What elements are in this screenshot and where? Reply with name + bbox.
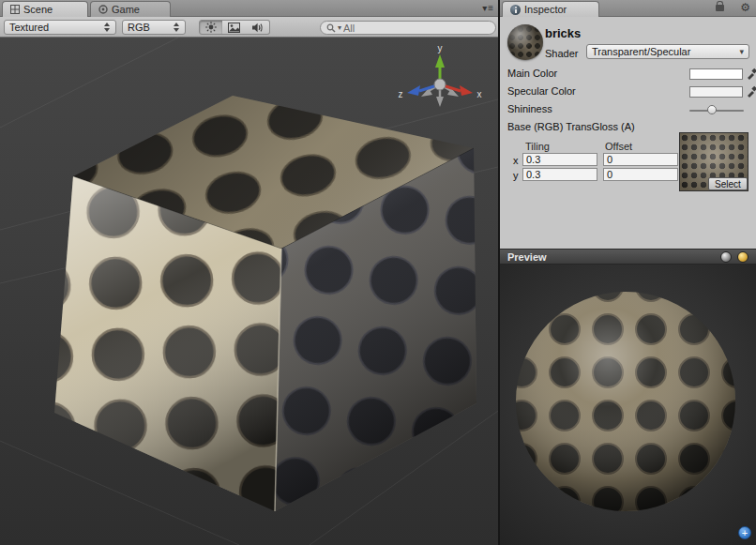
inspector-tabstrip: Inspector ⚙	[500, 0, 756, 17]
material-sphere-icon	[507, 24, 543, 60]
preview-sphere-object[interactable]	[516, 292, 735, 511]
preview-sphere-shading	[516, 292, 735, 511]
info-icon	[510, 5, 521, 15]
axis-z-cone[interactable]	[407, 85, 420, 96]
shader-label: Shader	[545, 48, 578, 59]
lighting-toggle-button[interactable]	[199, 20, 223, 35]
draw-mode-value: Textured	[9, 22, 49, 33]
specular-color-swatch[interactable]	[689, 86, 743, 98]
preview-mesh-icon[interactable]	[720, 251, 732, 263]
preview-title: Preview	[507, 251, 715, 263]
tiling-x-input[interactable]	[522, 153, 597, 166]
search-field[interactable]: ▾	[320, 21, 496, 35]
search-filter-arrow-icon[interactable]: ▾	[338, 24, 341, 32]
gizmo-axis-down-cone[interactable]	[436, 97, 444, 107]
orientation-gizmo[interactable]: y x z	[395, 43, 485, 118]
skybox-toggle-button[interactable]	[222, 20, 247, 35]
inspector-panel: Inspector ⚙ bricks Shader Transparent/Sp…	[500, 0, 756, 545]
material-name: bricks	[545, 26, 581, 40]
channel-mode-dropdown[interactable]: RGB	[122, 20, 186, 35]
scene-toolbar: Textured RGB	[0, 17, 498, 38]
select-texture-button[interactable]: Select	[708, 177, 748, 190]
axis-x-cone[interactable]	[460, 85, 473, 96]
axis-x-row-label: x	[513, 155, 519, 166]
channel-mode-value: RGB	[128, 22, 150, 33]
gamepad-icon	[98, 5, 108, 14]
draw-mode-dropdown[interactable]: Textured	[4, 20, 116, 35]
tiling-header: Tiling	[525, 141, 550, 152]
audio-toggle-button[interactable]	[246, 20, 270, 35]
search-input[interactable]	[343, 23, 490, 34]
tab-inspector[interactable]: Inspector	[502, 1, 599, 17]
panel-menu-icon[interactable]: ▾≡	[482, 3, 494, 13]
shininess-label: Shininess	[507, 103, 552, 114]
offset-header: Offset	[605, 141, 632, 152]
main-color-label: Main Color	[507, 68, 557, 79]
tab-game-label: Game	[112, 4, 140, 15]
updown-arrows-icon	[104, 23, 111, 32]
grid-icon	[10, 5, 20, 14]
shininess-slider-thumb[interactable]	[707, 105, 717, 114]
tab-game[interactable]: Game	[90, 1, 171, 17]
preview-header[interactable]: Preview	[500, 249, 756, 265]
eyedropper-icon[interactable]	[747, 84, 756, 98]
search-icon	[326, 23, 336, 33]
axis-y-cone[interactable]	[435, 54, 445, 68]
axis-y-label: y	[438, 43, 443, 53]
offset-x-input[interactable]	[603, 153, 678, 166]
axis-y-row-label: y	[513, 170, 519, 181]
chevron-down-icon: ▾	[739, 47, 744, 56]
plus-icon[interactable]: +	[738, 526, 751, 539]
updown-arrows-icon	[174, 23, 180, 32]
main-color-swatch[interactable]	[689, 68, 743, 80]
tiling-y-input[interactable]	[522, 168, 597, 181]
plus-glyph: +	[742, 527, 748, 538]
shininess-slider-track[interactable]	[689, 110, 744, 112]
image-icon	[228, 23, 240, 33]
shader-value: Transparent/Specular	[592, 46, 690, 57]
specular-color-label: Specular Color	[507, 85, 576, 97]
offset-y-input[interactable]	[603, 168, 678, 181]
tab-scene[interactable]: Scene	[2, 1, 88, 17]
scene-panel: Scene Game ▾≡ Textured RGB	[0, 0, 498, 545]
tab-scene-label: Scene	[23, 4, 53, 15]
scene-tabstrip: Scene Game ▾≡	[0, 0, 498, 17]
speaker-icon	[251, 23, 264, 33]
tab-inspector-label: Inspector	[524, 4, 567, 15]
preview-light-icon[interactable]	[737, 251, 748, 263]
base-map-label: Base (RGB) TransGloss (A)	[507, 121, 635, 132]
select-texture-label: Select	[715, 179, 741, 189]
axis-x-label: x	[477, 89, 482, 99]
sun-icon	[205, 22, 217, 33]
gear-glyph: ⚙	[740, 1, 750, 14]
lock-icon[interactable]	[716, 5, 724, 11]
preview-sphere-view	[500, 265, 756, 545]
scene-viewport[interactable]: y x z	[0, 38, 498, 545]
gear-icon[interactable]: ⚙	[740, 1, 750, 14]
eyedropper-icon[interactable]	[747, 67, 756, 81]
preview-area[interactable]: +	[500, 265, 756, 545]
unity-editor-window: Scene Game ▾≡ Textured RGB	[0, 0, 756, 545]
gizmo-center-sphere[interactable]	[434, 79, 446, 90]
panel-menu-glyph: ▾≡	[482, 3, 494, 13]
shader-dropdown[interactable]: Transparent/Specular ▾	[586, 44, 749, 59]
axis-z-label: z	[399, 89, 403, 99]
cube-object[interactable]	[54, 96, 476, 511]
